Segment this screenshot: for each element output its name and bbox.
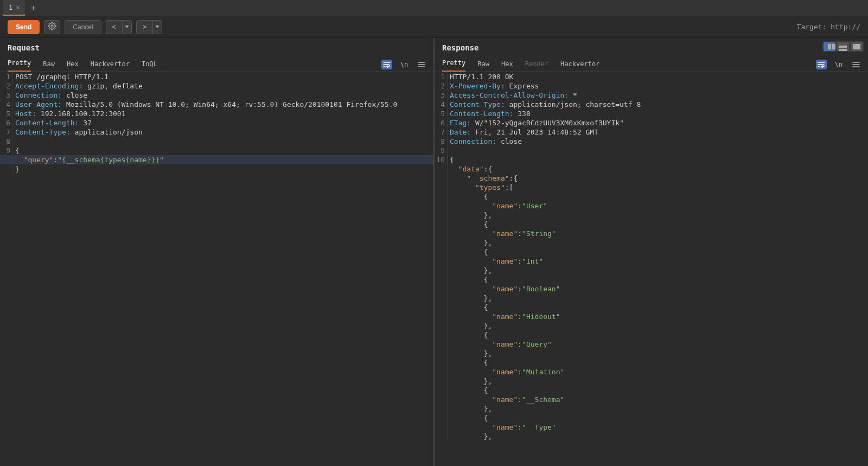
line-text: }, bbox=[448, 432, 868, 441]
code-line: "name":"Hideout" bbox=[435, 312, 868, 321]
line-number bbox=[435, 358, 448, 367]
layout-split-button[interactable] bbox=[824, 42, 835, 51]
layout-stack-button[interactable] bbox=[837, 42, 849, 51]
line-text: }, bbox=[448, 266, 868, 275]
word-wrap-toggle[interactable] bbox=[816, 60, 827, 69]
code-line: { bbox=[435, 275, 868, 284]
tab-1[interactable]: 1 × bbox=[3, 0, 25, 16]
svg-point-0 bbox=[51, 25, 53, 27]
line-number bbox=[435, 284, 448, 293]
tab-hackvertor[interactable]: Hackvertor bbox=[91, 60, 130, 72]
code-line: 8Connection: close bbox=[435, 137, 868, 146]
line-number bbox=[435, 330, 448, 340]
line-number bbox=[435, 312, 448, 321]
send-button[interactable]: Send bbox=[8, 20, 40, 34]
show-nonprintable-toggle[interactable]: \n bbox=[399, 60, 410, 69]
show-nonprintable-toggle[interactable]: \n bbox=[833, 60, 844, 69]
response-pane: Response Pretty Raw Hex Render Hackverto… bbox=[433, 38, 868, 466]
layout-toggle bbox=[822, 41, 864, 52]
line-text: { bbox=[448, 192, 868, 201]
history-next-menu-button[interactable] bbox=[152, 20, 162, 34]
code-line: }, bbox=[435, 266, 868, 275]
request-pane: Request Pretty Raw Hex Hackvertor InQL \… bbox=[0, 38, 433, 466]
code-line: 10{ bbox=[435, 155, 868, 164]
history-next-group: > bbox=[136, 20, 162, 34]
tab-raw[interactable]: Raw bbox=[43, 60, 55, 72]
history-prev-group: < bbox=[106, 20, 132, 34]
code-line: 4Content-Type: application/json; charset… bbox=[435, 100, 868, 109]
line-number bbox=[0, 155, 13, 164]
request-editor[interactable]: 1POST /graphql HTTP/1.12Accept-Encoding:… bbox=[0, 72, 433, 466]
line-number: 9 bbox=[0, 146, 13, 155]
line-text: { bbox=[448, 413, 868, 423]
tab-raw[interactable]: Raw bbox=[477, 60, 489, 72]
code-line: 7Content-Type: application/json bbox=[0, 127, 433, 137]
code-line: }, bbox=[435, 404, 868, 413]
line-text: Date: Fri, 21 Jul 2023 14:48:52 GMT bbox=[448, 127, 868, 137]
tab-render[interactable]: Render bbox=[525, 60, 548, 72]
history-prev-button[interactable]: < bbox=[106, 20, 122, 34]
line-text: { bbox=[448, 386, 868, 395]
code-line: 8 bbox=[0, 137, 433, 146]
add-tab-button[interactable]: + bbox=[25, 0, 41, 16]
line-number: 5 bbox=[435, 109, 448, 118]
code-line: }, bbox=[435, 293, 868, 303]
response-subtabs: Pretty Raw Hex Render Hackvertor \n bbox=[435, 57, 868, 72]
code-line: 1HTTP/1.1 200 OK bbox=[435, 72, 868, 81]
line-text: Connection: close bbox=[13, 91, 433, 100]
code-line: }, bbox=[435, 376, 868, 386]
line-number: 5 bbox=[0, 109, 13, 118]
line-text: { bbox=[448, 303, 868, 312]
word-wrap-toggle[interactable] bbox=[381, 60, 392, 69]
line-number bbox=[435, 183, 448, 192]
code-line: 6ETag: W/"152-yQgacRCdzUUV3XM0xKmxof3UYI… bbox=[435, 118, 868, 127]
line-text: { bbox=[448, 155, 868, 164]
chevron-right-icon: > bbox=[143, 23, 146, 31]
line-number bbox=[435, 349, 448, 358]
target-label[interactable]: Target: http:// bbox=[797, 23, 860, 31]
code-line: "data":{ bbox=[435, 164, 868, 174]
line-number bbox=[435, 367, 448, 376]
history-prev-menu-button[interactable] bbox=[122, 20, 132, 34]
line-text: Content-Length: 338 bbox=[448, 109, 868, 118]
tab-hex[interactable]: Hex bbox=[501, 60, 513, 72]
line-number: 2 bbox=[0, 81, 13, 91]
code-line: 2X-Powered-By: Express bbox=[435, 81, 868, 91]
line-text: }, bbox=[448, 349, 868, 358]
line-number bbox=[435, 229, 448, 238]
editor-menu-icon[interactable] bbox=[851, 60, 861, 69]
code-line: "name":"Mutation" bbox=[435, 367, 868, 376]
line-text: { bbox=[448, 358, 868, 367]
code-line: "name":"Int" bbox=[435, 257, 868, 266]
line-number bbox=[435, 413, 448, 423]
tab-pretty[interactable]: Pretty bbox=[8, 59, 31, 72]
code-line: { bbox=[435, 303, 868, 312]
line-number bbox=[435, 257, 448, 266]
close-icon[interactable]: × bbox=[16, 4, 20, 11]
response-viewer[interactable]: 1HTTP/1.1 200 OK2X-Powered-By: Express3A… bbox=[435, 72, 868, 466]
code-line: { bbox=[435, 413, 868, 423]
line-number bbox=[435, 201, 448, 210]
line-text: }, bbox=[448, 238, 868, 247]
layout-full-button[interactable] bbox=[851, 42, 863, 51]
line-text: "name":"__Schema" bbox=[448, 395, 868, 404]
tab-inql[interactable]: InQL bbox=[142, 60, 157, 72]
cancel-button[interactable]: Cancel bbox=[65, 20, 101, 34]
tab-hex[interactable]: Hex bbox=[67, 60, 79, 72]
gear-icon bbox=[48, 22, 56, 32]
code-line: 9 bbox=[435, 146, 868, 155]
line-text: "types":[ bbox=[448, 183, 868, 192]
code-line: 2Accept-Encoding: gzip, deflate bbox=[0, 81, 433, 91]
tab-pretty[interactable]: Pretty bbox=[442, 59, 465, 72]
code-line: "name":"String" bbox=[435, 229, 868, 238]
code-line: }, bbox=[435, 321, 868, 330]
editor-menu-icon[interactable] bbox=[416, 60, 427, 69]
line-text: }, bbox=[448, 210, 868, 220]
line-number bbox=[435, 303, 448, 312]
history-next-button[interactable]: > bbox=[136, 20, 152, 34]
code-line: 3Access-Control-Allow-Origin: * bbox=[435, 91, 868, 100]
line-number: 4 bbox=[435, 100, 448, 109]
settings-button[interactable] bbox=[44, 20, 60, 34]
tab-label: 1 bbox=[9, 4, 12, 11]
tab-hackvertor[interactable]: Hackvertor bbox=[560, 60, 599, 72]
